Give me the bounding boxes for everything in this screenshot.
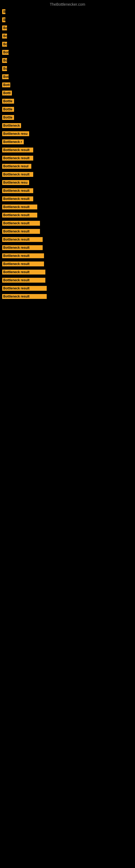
list-item: Bottleneck resul xyxy=(0,162,135,170)
label-box: Bottl xyxy=(2,91,12,95)
list-item: Bo xyxy=(0,40,135,48)
list-item: Bot xyxy=(0,73,135,81)
label-box: Bottleneck xyxy=(2,123,21,128)
label-box: Bottleneck result xyxy=(2,253,44,258)
label-box: Bot xyxy=(2,74,9,79)
label-box: B xyxy=(2,18,5,22)
label-box: Bottleneck result xyxy=(2,196,33,201)
label-box: Bottle xyxy=(2,99,14,104)
label-box: Bottleneck result xyxy=(2,213,37,218)
list-item: Bottleneck r xyxy=(0,138,135,146)
label-box: Bottleneck result xyxy=(2,237,43,242)
list-item: Bo xyxy=(0,32,135,40)
list-item: Bottle xyxy=(0,105,135,113)
list-item: Bo xyxy=(0,56,135,65)
list-item: B xyxy=(0,8,135,16)
list-item: Bo xyxy=(0,65,135,73)
label-box: Bottleneck result xyxy=(2,261,44,267)
label-box: Bo xyxy=(2,34,7,38)
label-box: Bottleneck result xyxy=(2,221,40,226)
label-box: Bottleneck resu xyxy=(2,180,29,185)
list-item: Bottleneck result xyxy=(0,292,135,301)
label-box: Bottleneck result xyxy=(2,205,37,209)
site-title: TheBottlenecker.com xyxy=(0,0,135,8)
list-item: Bo xyxy=(0,24,135,32)
list-item: Bottleneck result xyxy=(0,268,135,276)
label-box: Bottle xyxy=(2,107,14,112)
list-item: Bottleneck result xyxy=(0,219,135,227)
label-box: Bottleneck resu xyxy=(2,131,29,136)
label-box: Bottleneck result xyxy=(2,294,47,299)
label-box: Bot xyxy=(2,50,9,55)
list-item: Bottleneck result xyxy=(0,276,135,284)
list-item: Bottleneck result xyxy=(0,203,135,211)
label-box: Bottleneck result xyxy=(2,278,45,283)
label-box: Bo xyxy=(2,58,7,63)
list-item: Bottleneck resu xyxy=(0,130,135,138)
list-item: Bottleneck result xyxy=(0,227,135,236)
list-item: Bot xyxy=(0,48,135,56)
list-item: Bottleneck result xyxy=(0,252,135,260)
list-item: Bottle xyxy=(0,113,135,122)
label-box: Bo xyxy=(2,66,7,71)
label-box: Bottle xyxy=(2,115,14,120)
label-box: Bottleneck resul xyxy=(2,164,31,169)
list-item: Bott xyxy=(0,81,135,89)
label-box: Bottleneck result xyxy=(2,148,33,152)
list-item: Bottleneck resu xyxy=(0,179,135,187)
list-item: Bottleneck result xyxy=(0,170,135,179)
label-box: Bottleneck result xyxy=(2,229,40,234)
list-item: Bottleneck xyxy=(0,122,135,130)
label-box: Bo xyxy=(2,26,7,30)
list-item: Bottleneck result xyxy=(0,236,135,244)
list-item: Bottleneck result xyxy=(0,195,135,203)
list-item: Bottleneck result xyxy=(0,187,135,195)
list-item: B xyxy=(0,16,135,24)
list-item: Bottle xyxy=(0,97,135,105)
list-item: Bottleneck result xyxy=(0,260,135,268)
items-list: BBBoBoBoBotBoBoBotBottBottlBottleBottleB… xyxy=(0,8,135,306)
list-item: Bottleneck result xyxy=(0,154,135,162)
label-box: Bottleneck result xyxy=(2,270,45,275)
label-box: Bottleneck result xyxy=(2,172,33,177)
label-box: Bo xyxy=(2,42,7,46)
label-box: Bottleneck result xyxy=(2,286,47,291)
list-item: Bottleneck result xyxy=(0,244,135,252)
label-box: Bottleneck result xyxy=(2,188,33,193)
label-box: Bott xyxy=(2,83,10,87)
label-box: Bottleneck r xyxy=(2,140,24,144)
label-box: B xyxy=(2,9,5,14)
label-box: Bottleneck result xyxy=(2,156,33,161)
list-item: Bottl xyxy=(0,89,135,97)
list-item: Bottleneck result xyxy=(0,211,135,219)
label-box: Bottleneck result xyxy=(2,245,43,250)
list-item: Bottleneck result xyxy=(0,146,135,154)
list-item: Bottleneck result xyxy=(0,284,135,292)
